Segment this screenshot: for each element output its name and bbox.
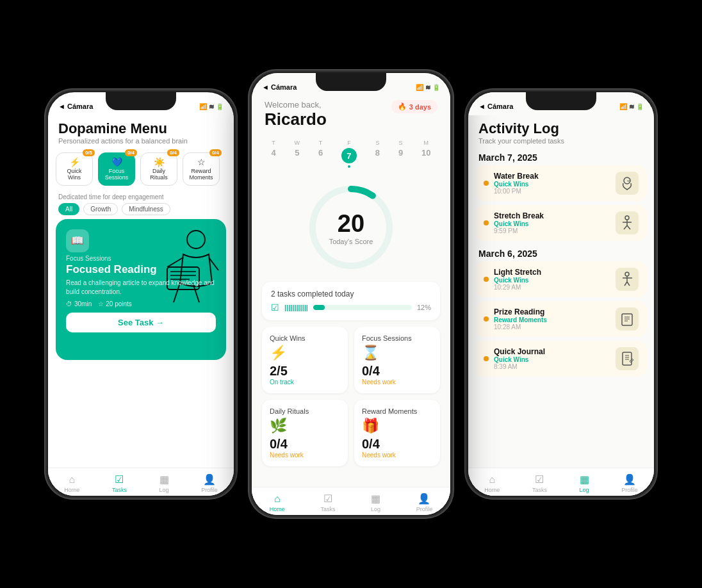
- cal-day-F7[interactable]: F 7: [341, 140, 357, 168]
- log-dot-stretch: [484, 220, 489, 225]
- left-phone: ◄ Cámara 12:50 📶 ≋ 🔋 Dopamine Menu Perso…: [45, 89, 237, 499]
- profile-icon-center: 👤: [418, 493, 430, 505]
- nav-home-right[interactable]: ⌂ Home: [484, 474, 500, 493]
- tab-daily-rituals[interactable]: 0/4 ☀️ DailyRituals: [140, 152, 177, 186]
- log-name-light: Light Stretch: [494, 268, 610, 277]
- nav-home-center[interactable]: ⌂ Home: [270, 493, 285, 512]
- home-icon: ⌂: [69, 474, 75, 486]
- tasks-icon: ☑: [115, 473, 124, 486]
- nav-tasks-label: Tasks: [112, 487, 127, 493]
- log-time-stretch: 9:59 PM: [494, 227, 610, 234]
- nav-profile-right[interactable]: 👤 Profile: [621, 473, 638, 493]
- cal-day-T4: T 4: [271, 140, 275, 168]
- nav-tasks-label-right: Tasks: [532, 487, 547, 493]
- log-thumb-stretch: [616, 211, 639, 234]
- task-card-icon: 📖: [66, 229, 89, 252]
- center-phone: ◄ Cámara 22:01 📶 ≋ 🔋 🔥 3 days Welcome ba…: [249, 70, 453, 518]
- nav-profile-center[interactable]: 👤 Profile: [416, 493, 433, 512]
- nav-tasks-left[interactable]: ☑ Tasks: [112, 473, 127, 493]
- log-cat-water: Quick Wins: [494, 181, 610, 188]
- log-thumb-journal: [616, 347, 639, 370]
- nav-home-left[interactable]: ⌂ Home: [64, 474, 79, 493]
- log-cat-journal: Quick Wins: [494, 356, 610, 363]
- nav-log-center[interactable]: ▦ Log: [371, 493, 380, 512]
- nav-profile-left[interactable]: 👤 Profile: [201, 473, 218, 493]
- log-item-stretch-break: Stretch Break Quick Wins 9:59 PM: [476, 205, 646, 241]
- nav-profile-label: Profile: [201, 487, 218, 493]
- log-dot-water: [484, 181, 489, 186]
- progress-bar-outer: [313, 305, 412, 310]
- right-phone: ◄ Cámara 22:01 📶 ≋ 🔋 Activity Log Track …: [465, 89, 657, 499]
- badge-focus-sessions: 0/4: [125, 149, 137, 156]
- profile-icon: 👤: [203, 473, 216, 486]
- activity-log-subtitle: Track your completed tasks: [478, 137, 644, 145]
- stat-icon-fs: ⌛: [362, 345, 432, 361]
- nav-tasks-right[interactable]: ☑ Tasks: [532, 473, 547, 493]
- log-list-march7: Water Break Quick Wins 10:00 PM: [468, 165, 654, 241]
- stat-title-qw: Quick Wins: [270, 334, 340, 342]
- nav-log-label: Log: [159, 487, 169, 493]
- log-info-prize: Prize Reading Reward Moments 10:28 AM: [494, 307, 610, 331]
- nav-home-label-right: Home: [484, 487, 500, 493]
- fire-icon: 🔥: [398, 102, 407, 111]
- log-cat-stretch: Quick Wins: [494, 220, 610, 227]
- today-dot: [348, 165, 350, 168]
- bottom-nav-left: ⌂ Home ☑ Tasks ▦ Log 👤 Profile: [48, 468, 234, 496]
- see-task-button[interactable]: See Task →: [66, 313, 216, 332]
- log-thumb-prize: [616, 307, 639, 331]
- nav-profile-label-right: Profile: [621, 487, 638, 493]
- task-card: 📖 Focus Sessions Focused Reading Read a …: [56, 219, 226, 360]
- status-icons-left: 📶 ≋ 🔋: [199, 103, 224, 110]
- bottom-nav-right: ⌂ Home ☑ Tasks ▦ Log 👤 Profile: [468, 468, 654, 496]
- dashboard-header: 🔥 3 days Welcome back, Ricardo: [252, 96, 450, 135]
- filter-all[interactable]: All: [58, 203, 79, 215]
- task-category: Focus Sessions: [66, 255, 216, 262]
- quick-wins-icon: ⚡: [69, 157, 80, 167]
- nav-tasks-center[interactable]: ☑ Tasks: [320, 493, 335, 512]
- log-name-water: Water Break: [494, 172, 610, 181]
- page-subtitle-left: Personalized actions for a balanced brai…: [58, 137, 224, 145]
- reward-moments-icon: ☆: [197, 157, 206, 167]
- log-time-journal: 8:39 AM: [494, 363, 610, 370]
- cal-day-T6: T 6: [318, 140, 323, 168]
- tab-reward-moments[interactable]: 0/4 ☆ RewardMoments: [183, 152, 220, 186]
- status-camera-center: ◄ Cámara: [262, 83, 297, 91]
- right-screen: Activity Log Track your completed tasks …: [468, 115, 654, 496]
- log-item-water-break: Water Break Quick Wins 10:00 PM: [476, 165, 646, 201]
- badge-daily-rituals: 0/4: [167, 149, 179, 156]
- score-value: 20: [329, 210, 373, 238]
- log-icon-right: ▦: [580, 473, 589, 486]
- tab-focus-sessions[interactable]: 0/4 💙 FocusSessions: [98, 152, 135, 186]
- stat-icon-dr: 🌿: [270, 418, 340, 434]
- svg-rect-22: [623, 352, 632, 365]
- filter-mindfulness[interactable]: Mindfulness: [122, 203, 170, 215]
- log-item-light-stretch: Light Stretch Quick Wins 10:29 AM: [476, 261, 646, 297]
- log-icon-center: ▦: [371, 493, 380, 505]
- section-description: Dedicated time for deep engagement: [48, 191, 234, 202]
- tab-quick-wins[interactable]: 0/5 ⚡ QuickWins: [56, 152, 93, 186]
- log-info-water: Water Break Quick Wins 10:00 PM: [494, 172, 610, 195]
- daily-rituals-label: DailyRituals: [150, 168, 168, 181]
- log-item-quick-journal: Quick Journal Quick Wins 8:39 AM: [476, 341, 646, 377]
- svg-line-11: [624, 225, 627, 229]
- bottom-nav-center: ⌂ Home ☑ Tasks ▦ Log 👤 Profile: [252, 487, 450, 515]
- log-time-prize: 10:28 AM: [494, 323, 610, 331]
- nav-log-left[interactable]: ▦ Log: [159, 473, 169, 493]
- log-dot-prize: [484, 316, 489, 322]
- svg-point-8: [625, 216, 629, 220]
- progress-bars: ||||||||||||: [284, 304, 308, 311]
- log-dot-journal: [484, 356, 489, 361]
- nav-log-right[interactable]: ▦ Log: [580, 473, 589, 493]
- log-dot-light: [484, 277, 489, 282]
- nav-profile-label-center: Profile: [416, 506, 433, 512]
- activity-log-header: Activity Log Track your completed tasks: [468, 115, 654, 149]
- notch-right: [526, 92, 596, 110]
- profile-icon-right: 👤: [623, 473, 636, 486]
- streak-count: 3 days: [409, 103, 431, 111]
- left-screen: Dopamine Menu Personalized actions for a…: [48, 115, 234, 496]
- reward-moments-label: RewardMoments: [189, 168, 213, 181]
- status-icons-center: 📶 ≋ 🔋: [416, 84, 440, 91]
- stat-icon-rm: 🎁: [362, 418, 432, 434]
- filter-growth[interactable]: Growth: [83, 203, 118, 215]
- log-info-journal: Quick Journal Quick Wins 8:39 AM: [494, 347, 610, 370]
